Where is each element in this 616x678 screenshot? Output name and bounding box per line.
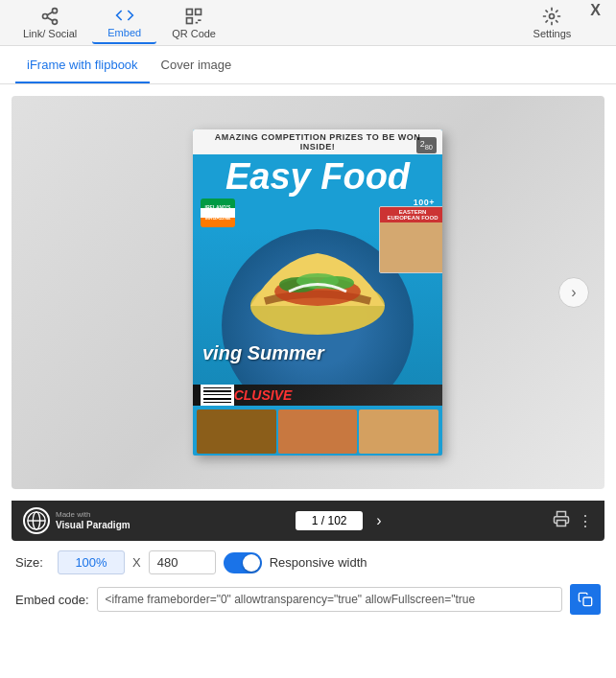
barcode [201, 385, 234, 406]
size-row: Size: 100% X Responsive width [15, 550, 601, 574]
size-value-box: 100% [58, 550, 125, 574]
responsive-toggle[interactable] [224, 552, 262, 573]
summer-text: ving Summer [202, 342, 324, 364]
page-input[interactable] [296, 511, 363, 530]
toolbar-qr-code[interactable]: QR Code [156, 3, 231, 43]
svg-point-15 [550, 13, 555, 18]
barcode-line [203, 387, 231, 388]
magazine-cover: AMAZING COMPETITION PRIZES TO BE WON INS… [193, 129, 442, 456]
mag-number: 280 [416, 137, 437, 153]
globe-svg [26, 510, 47, 531]
tab-iframe[interactable]: iFrame with flipbook [15, 48, 150, 83]
barcode-line [203, 402, 231, 403]
print-icon [553, 510, 570, 527]
barcode-line [203, 390, 231, 392]
svg-point-0 [53, 8, 58, 12]
page-nav: › [138, 510, 545, 531]
barcode-line [203, 394, 231, 395]
settings-icon [542, 7, 561, 26]
copy-icon [578, 592, 593, 607]
toolbar-items: Link/ Social Embed QR Code [8, 2, 522, 44]
svg-rect-7 [187, 17, 193, 23]
mag-thumbnails [193, 408, 442, 456]
qr-code-label: QR Code [172, 28, 216, 39]
vp-globe-icon [23, 507, 50, 534]
toggle-knob [243, 554, 260, 572]
controls-area: Size: 100% X Responsive width Embed code… [0, 541, 616, 624]
mag-side-box: EASTERN EUROPEAN FOOD [379, 206, 442, 273]
page-next-button[interactable]: › [370, 510, 387, 531]
thumb-3 [359, 409, 438, 454]
taco-illustration [231, 239, 404, 354]
x-label: X [132, 555, 141, 570]
svg-rect-25 [583, 597, 592, 606]
preview-inner: AMAZING COMPETITION PRIZES TO BE WON INS… [12, 96, 604, 489]
mag-title: Easy Food [193, 154, 442, 197]
embed-label: Embed code: [15, 593, 89, 607]
embed-label: Embed [107, 27, 141, 38]
height-input[interactable] [149, 550, 216, 574]
flipbook-icons: ⋮ [553, 510, 593, 531]
side-box-image [380, 222, 442, 272]
svg-point-2 [53, 19, 58, 24]
toolbar-link-social[interactable]: Link/ Social [8, 3, 92, 43]
barcode-line [203, 398, 231, 400]
embed-row: Embed code: [15, 584, 601, 615]
side-box-header: EASTERN EUROPEAN FOOD [380, 207, 442, 222]
settings-label: Settings [533, 28, 572, 39]
nav-next-chevron[interactable]: › [558, 277, 589, 308]
tab-cover[interactable]: Cover image [150, 48, 244, 83]
svg-line-3 [47, 17, 53, 20]
qr-code-icon [184, 7, 203, 26]
svg-rect-5 [187, 9, 193, 14]
svg-point-1 [43, 13, 48, 18]
toolbar: Link/ Social Embed QR Code Settings [0, 0, 616, 46]
mag-top-bar: AMAZING COMPETITION PRIZES TO BE WON INS… [193, 129, 442, 154]
toggle-container: Responsive width [224, 552, 367, 573]
svg-line-4 [47, 12, 53, 14]
tabs-bar: iFrame with flipbook Cover image [0, 46, 616, 84]
copy-button[interactable] [570, 584, 601, 615]
toggle-label: Responsive width [270, 555, 367, 570]
preview-area: AMAZING COMPETITION PRIZES TO BE WON INS… [12, 96, 604, 489]
share-icon [40, 7, 59, 26]
close-button[interactable]: X [582, 2, 608, 19]
toolbar-embed[interactable]: Embed [92, 2, 156, 44]
size-label: Size: [15, 555, 50, 570]
print-button[interactable] [553, 510, 570, 531]
made-with-label: Made with [56, 510, 130, 520]
brand-label: Visual Paradigm [56, 520, 130, 531]
magazine-wrapper: AMAZING COMPETITION PRIZES TO BE WON INS… [174, 96, 442, 489]
more-options-button[interactable]: ⋮ [578, 512, 593, 530]
link-social-label: Link/ Social [23, 28, 77, 39]
thumb-2 [278, 409, 358, 454]
vp-logo: Made with Visual Paradigm [23, 507, 130, 534]
embed-icon [115, 6, 134, 25]
thumb-1 [197, 409, 276, 454]
ireland-text: IRELAND'SNO.1 FOODMAGAZINE [204, 205, 231, 222]
side-box-inner: EASTERN EUROPEAN FOOD [380, 207, 442, 272]
svg-rect-24 [557, 521, 566, 526]
vp-text: Made with Visual Paradigm [56, 510, 130, 531]
flipbook-bar: Made with Visual Paradigm › ⋮ [12, 501, 604, 541]
svg-rect-6 [196, 9, 201, 14]
toolbar-settings[interactable]: Settings [522, 3, 583, 43]
mag-ireland-badge: IRELAND'SNO.1 FOODMAGAZINE [201, 199, 235, 227]
embed-code-input[interactable] [97, 587, 562, 612]
